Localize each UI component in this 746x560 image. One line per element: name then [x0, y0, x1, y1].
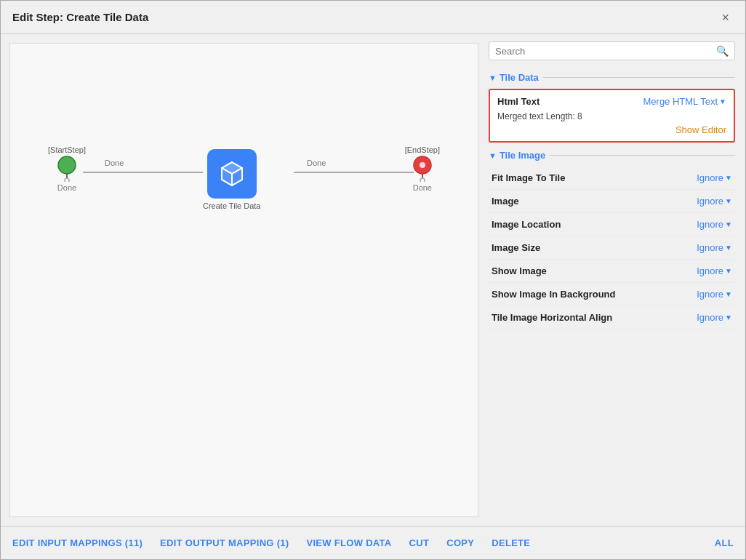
html-text-dropdown-icon: ▼ — [719, 97, 726, 105]
svg-point-10 — [420, 178, 425, 182]
properties-panel: ▼ Tile Data Html Text Merge HTML Text ▼ … — [489, 69, 735, 519]
property-row: Tile Image Horizontal AlignIgnore ▼ — [489, 306, 735, 329]
property-row: Show Image In BackgroundIgnore ▼ — [489, 283, 735, 306]
tile-data-section-header: ▼ Tile Data — [489, 72, 735, 83]
left-connector — [83, 172, 203, 173]
right-done-label: Done — [307, 159, 326, 167]
html-text-value[interactable]: Merge HTML Text ▼ — [643, 96, 727, 107]
tile-data-arrow-icon: ▼ — [489, 73, 497, 82]
html-text-value-text: Merge HTML Text — [643, 96, 718, 107]
prop-label: Show Image In Background — [492, 289, 615, 300]
prop-label: Tile Image Horizontal Align — [492, 312, 612, 323]
prop-value[interactable]: Ignore ▼ — [697, 242, 732, 253]
property-row: Image LocationIgnore ▼ — [489, 213, 735, 236]
prop-label: Image Location — [492, 219, 561, 230]
canvas-panel: [StartStep] Done Done — [9, 43, 478, 517]
copy-button[interactable]: COPY — [446, 537, 474, 548]
start-done-label: Done — [57, 183, 76, 192]
prop-label: Image Size — [492, 242, 540, 253]
prop-value[interactable]: Ignore ▼ — [697, 265, 732, 276]
center-step-label: Create Tile Data — [203, 201, 260, 210]
delete-button[interactable]: DELETE — [492, 537, 530, 548]
end-done-label: Done — [413, 183, 432, 192]
svg-point-1 — [65, 178, 69, 182]
tile-image-section-line — [550, 155, 735, 156]
tile-image-section-header: ▼ Tile Image — [489, 150, 735, 161]
all-button[interactable]: ALL — [715, 537, 734, 548]
end-step: [EndStep] Done — [405, 145, 440, 192]
merged-text-info: Merged text Length: 8 — [497, 111, 726, 121]
cube-icon — [217, 159, 246, 188]
step-box — [207, 149, 257, 199]
tile-data-section-line — [543, 77, 735, 78]
prop-value[interactable]: Ignore ▼ — [697, 196, 732, 207]
cut-button[interactable]: CUT — [409, 537, 430, 548]
svg-point-11 — [420, 162, 425, 168]
tile-image-section-title: Tile Image — [500, 150, 545, 161]
end-step-label: [EndStep] — [405, 145, 440, 154]
prop-label: Image — [492, 196, 519, 207]
start-pin-icon — [57, 156, 76, 182]
search-icon: 🔍 — [716, 45, 729, 57]
tile-image-arrow-icon: ▼ — [489, 151, 497, 160]
dialog-title: Edit Step: Create Tile Data — [12, 11, 148, 23]
edit-output-mapping-button[interactable]: EDIT OUTPUT MAPPING (1) — [160, 537, 289, 548]
flow-canvas: [StartStep] Done Done — [10, 44, 478, 516]
dialog-header: Edit Step: Create Tile Data × — [1, 1, 745, 34]
dialog-footer: EDIT INPUT MAPPINGS (11) EDIT OUTPUT MAP… — [1, 526, 745, 559]
svg-point-0 — [58, 156, 76, 174]
html-text-card: Html Text Merge HTML Text ▼ Merged text … — [489, 89, 735, 143]
prop-label: Fit Image To Tile — [492, 172, 565, 183]
tile-data-section-title: Tile Data — [500, 72, 539, 83]
prop-value[interactable]: Ignore ▼ — [697, 219, 732, 230]
property-row: Fit Image To TileIgnore ▼ — [489, 167, 735, 190]
right-panel: 🔍 ▼ Tile Data Html Text Merge HTML Text … — [478, 34, 745, 526]
view-flow-data-button[interactable]: VIEW FLOW DATA — [306, 537, 391, 548]
search-box: 🔍 — [489, 41, 735, 60]
property-row: Show ImageIgnore ▼ — [489, 260, 735, 283]
prop-value[interactable]: Ignore ▼ — [697, 312, 732, 323]
end-pin-icon — [413, 156, 432, 182]
property-row: ImageIgnore ▼ — [489, 190, 735, 213]
prop-value[interactable]: Ignore ▼ — [697, 172, 732, 183]
dialog-body: [StartStep] Done Done — [1, 34, 745, 526]
search-input[interactable] — [495, 46, 716, 57]
prop-value[interactable]: Ignore ▼ — [697, 289, 732, 300]
edit-input-mappings-button[interactable]: EDIT INPUT MAPPINGS (11) — [12, 537, 143, 548]
show-editor-link[interactable]: Show Editor — [497, 124, 726, 135]
html-text-row: Html Text Merge HTML Text ▼ — [497, 96, 726, 107]
property-row: Image SizeIgnore ▼ — [489, 236, 735, 260]
property-rows: Fit Image To TileIgnore ▼ImageIgnore ▼Im… — [489, 167, 735, 329]
center-step: Create Tile Data — [203, 149, 260, 210]
right-connector — [294, 172, 414, 173]
left-done-label: Done — [105, 159, 124, 167]
start-step-label: [StartStep] — [48, 145, 86, 154]
dialog: Edit Step: Create Tile Data × [StartStep… — [0, 0, 746, 560]
close-button[interactable]: × — [717, 9, 734, 25]
html-text-label: Html Text — [497, 96, 540, 107]
start-step: [StartStep] Done — [48, 145, 86, 192]
prop-label: Show Image — [492, 265, 547, 276]
